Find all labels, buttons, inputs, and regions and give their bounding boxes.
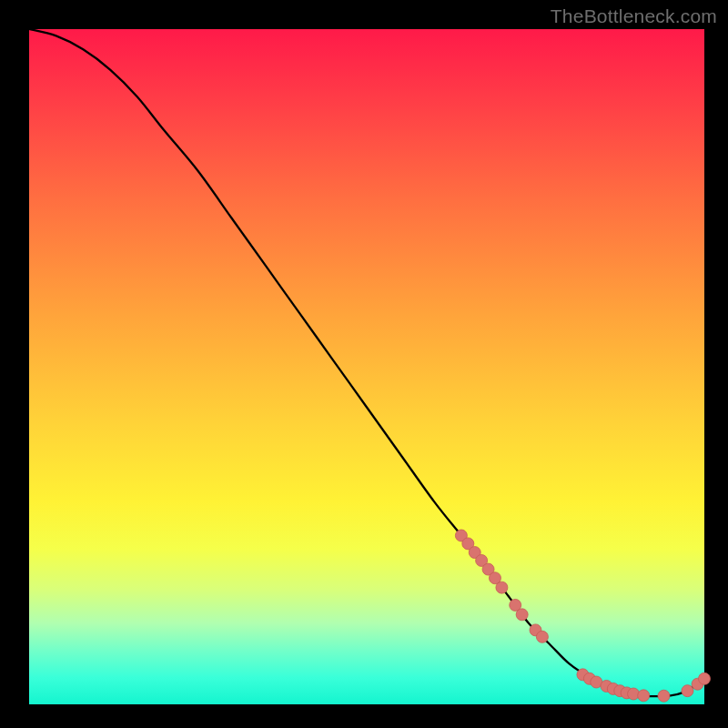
curve-marker — [496, 581, 508, 593]
curve-marker — [658, 690, 670, 702]
curve-markers — [455, 530, 710, 702]
curve-marker — [536, 631, 548, 642]
plot-area — [29, 29, 704, 704]
chart-svg — [29, 29, 704, 704]
curve-marker — [516, 609, 528, 621]
bottleneck-curve — [29, 29, 704, 696]
curve-marker — [682, 685, 693, 697]
curve-marker — [638, 690, 650, 702]
chart-stage: TheBottleneck.com — [0, 0, 728, 728]
watermark-text: TheBottleneck.com — [551, 5, 717, 27]
curve-marker — [699, 672, 711, 684]
